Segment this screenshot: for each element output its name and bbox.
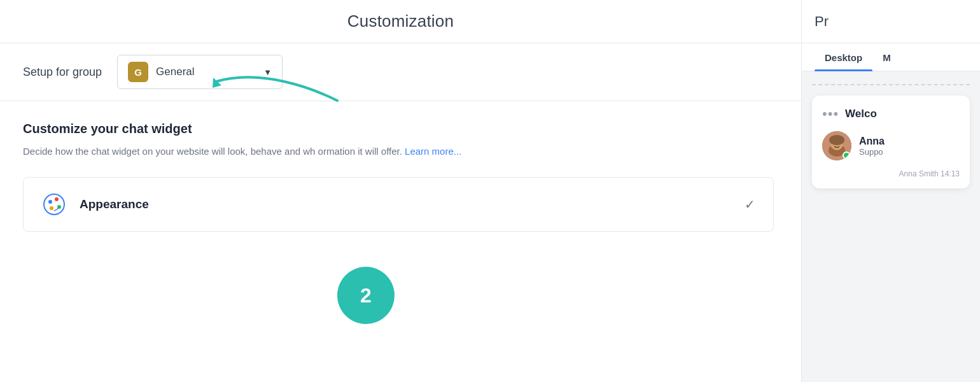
content-heading: Customize your chat widget — [23, 122, 778, 136]
main-panel: Customization Setup for group G General … — [0, 0, 802, 382]
appearance-row[interactable]: Appearance ✓ — [24, 178, 773, 231]
appearance-section: Appearance ✓ — [23, 177, 774, 232]
online-status-dot — [843, 152, 850, 159]
dropdown-arrow-icon: ▼ — [263, 67, 272, 77]
dashed-divider — [812, 84, 970, 85]
setup-bar: Setup for group G General ▼ — [0, 43, 801, 101]
learn-more-link[interactable]: Learn more... — [405, 146, 461, 157]
step-circle: 2 — [337, 267, 395, 324]
group-avatar: G — [128, 62, 148, 82]
svg-point-11 — [829, 135, 844, 145]
svg-point-2 — [48, 200, 52, 204]
appearance-label: Appearance — [80, 197, 732, 211]
tab-desktop[interactable]: Desktop — [815, 43, 872, 71]
dots-icon: ••• — [822, 106, 839, 122]
setup-label: Setup for group — [23, 66, 102, 79]
agent-row: Anna Suppo — [822, 131, 960, 160]
step-number: 2 — [360, 284, 372, 308]
content-description: Decide how the chat widget on your websi… — [23, 144, 468, 159]
description-text: Decide how the chat widget on your websi… — [23, 146, 315, 157]
welcome-text: Welco — [845, 108, 877, 120]
right-panel-header: Pr — [802, 0, 980, 43]
agent-name: Anna — [859, 136, 885, 147]
svg-point-5 — [50, 206, 53, 210]
tabs-bar: Desktop M — [802, 43, 980, 71]
agent-info: Anna Suppo — [859, 136, 885, 157]
right-panel-title: Pr — [815, 13, 829, 30]
page-header: Customization — [0, 0, 801, 43]
avatar — [822, 131, 851, 160]
timestamp: Anna Smith 14:13 — [822, 169, 960, 178]
content-area: Customize your chat widget Decide how th… — [0, 101, 801, 382]
svg-point-1 — [44, 194, 64, 215]
group-name: General — [156, 66, 256, 78]
description-suffix: ormation it will offer. — [318, 146, 405, 157]
page-title: Customization — [0, 11, 801, 31]
right-panel: Pr Desktop M ••• Welco — [802, 0, 980, 382]
svg-point-3 — [55, 197, 59, 201]
preview-area: ••• Welco — [802, 71, 980, 382]
chat-widget-preview: ••• Welco — [812, 96, 970, 188]
chat-widget-header: ••• Welco — [822, 106, 960, 122]
group-select-dropdown[interactable]: G General ▼ — [117, 55, 283, 89]
appearance-icon — [41, 192, 67, 217]
chevron-down-icon: ✓ — [745, 197, 755, 212]
tab-mobile[interactable]: M — [872, 43, 901, 71]
agent-role: Suppo — [859, 147, 885, 157]
